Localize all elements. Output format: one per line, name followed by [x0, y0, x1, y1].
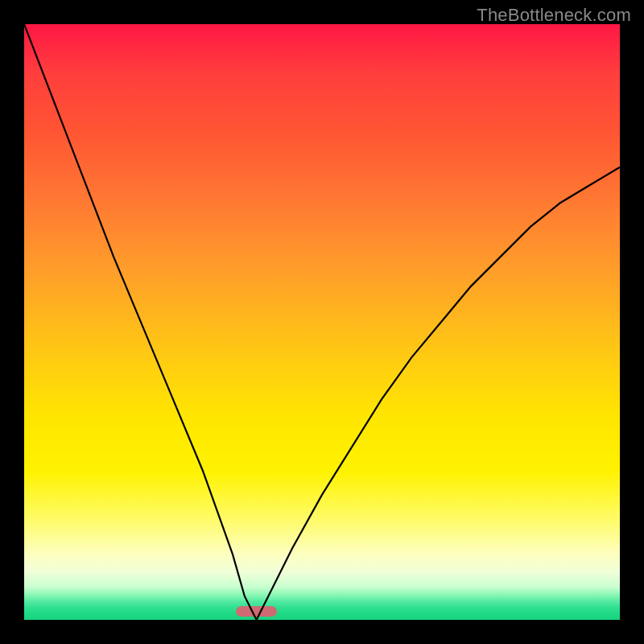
plot-area [24, 24, 620, 620]
watermark-text: TheBottleneck.com [477, 5, 631, 26]
bottleneck-curve [24, 24, 620, 620]
curve-path [24, 24, 620, 620]
chart-frame: TheBottleneck.com [0, 0, 644, 644]
